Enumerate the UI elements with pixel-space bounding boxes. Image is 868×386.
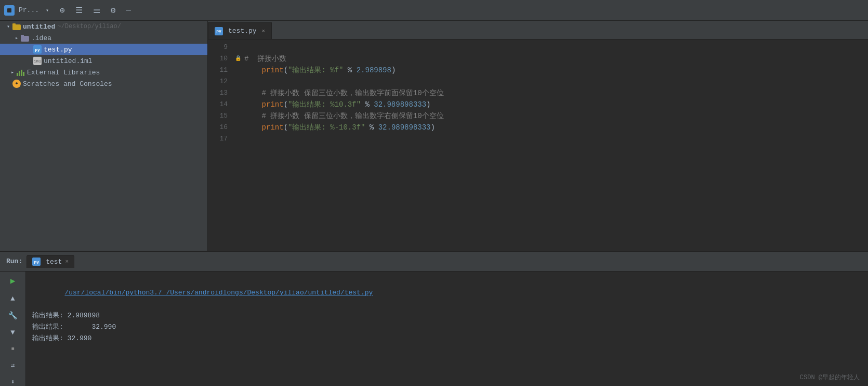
line-num-16: 16 [208, 122, 234, 133]
svg-rect-3 [12, 23, 16, 25]
run-rerun-button[interactable]: ⇄ [6, 362, 20, 370]
line-content-15: # 拼接小数 保留三位小数，输出数字右侧保留10个空位 [242, 110, 868, 122]
code-line-11: 11 print("输出结果: %f" % 2.989898) [208, 65, 868, 76]
test-py-label: test.py [44, 46, 72, 54]
code-editor[interactable]: 9 10 🔒 # 拼接小数 11 print("输出结果: %f" % 2.98… [208, 40, 868, 251]
line-content-14: print("输出结果: %10.3f" % 32.989898333) [242, 99, 868, 110]
project-dropdown-icon[interactable] [43, 6, 51, 15]
run-output-link[interactable]: /usr/local/bin/python3.7 /Users/androidl… [64, 289, 373, 297]
bottom-panel: Run: py test × ▶ ▲ 🔧 ▼ ■ ⇄ ⬇ /usr/local/… [0, 251, 868, 386]
line-content-13: # 拼接小数 保留三位小数，输出数字前面保留10个空位 [242, 87, 868, 99]
iml-icon: iml [33, 57, 42, 65]
test-py-icon: py [33, 45, 42, 54]
line-num-11: 11 [208, 65, 234, 76]
run-play-button[interactable]: ▶ [6, 276, 20, 286]
watermark: CSDN @早起的年轻人 [800, 373, 860, 382]
sidebar-item-test-py[interactable]: py test.py [0, 44, 207, 55]
sidebar-item-project-root[interactable]: untitled ~/Desktop/yiliao/ [0, 21, 207, 32]
run-output-link-line[interactable]: /usr/local/bin/python3.7 /Users/androidl… [32, 276, 862, 310]
tab-py-icon: py [215, 27, 223, 35]
run-output-line-1: 输出结果: 2.989898 [32, 310, 862, 321]
project-title: Pr... [19, 6, 39, 14]
code-line-15: 15 # 拼接小数 保留三位小数，输出数字右侧保留10个空位 [208, 110, 868, 122]
add-button[interactable]: ⊕ [58, 4, 67, 17]
code-line-12: 12 [208, 76, 868, 87]
run-tab-test[interactable]: py test × [27, 255, 74, 268]
tab-close-button[interactable]: × [262, 28, 266, 34]
svg-rect-1 [7, 8, 11, 12]
top-bar-left: Pr... [4, 5, 51, 16]
ext-libs-expand-icon [8, 68, 17, 76]
align-list-button[interactable]: ☰ [73, 4, 85, 17]
line-num-13: 13 [208, 87, 234, 99]
line-gutter-10: 🔒 [234, 53, 242, 65]
code-line-10: 10 🔒 # 拼接小数 [208, 53, 868, 65]
code-line-13: 13 # 拼接小数 保留三位小数，输出数字前面保留10个空位 [208, 87, 868, 99]
run-sidebar: ▶ ▲ 🔧 ▼ ■ ⇄ ⬇ [0, 272, 26, 386]
line-content-11: print("输出结果: %f" % 2.989898) [242, 65, 868, 76]
minimize-button[interactable]: — [124, 5, 133, 16]
idea-folder-icon [21, 34, 29, 42]
run-tab-close-button[interactable]: × [65, 259, 69, 265]
project-path: ~/Desktop/yiliao/ [57, 23, 121, 30]
tab-label: test.py [228, 27, 257, 35]
project-icon [4, 5, 15, 16]
run-scroll-down-button[interactable]: ▼ [6, 328, 20, 337]
project-name: untitled [23, 23, 55, 31]
scratch-icon: ● [12, 80, 21, 88]
run-tab-bar: Run: py test × [0, 252, 868, 272]
project-expand-icon [4, 22, 12, 31]
run-output-line-2: 输出结果: 32.990 [32, 321, 862, 333]
line-num-9: 9 [208, 42, 234, 53]
iml-label: untitled.iml [44, 57, 93, 65]
run-settings-button[interactable]: 🔧 [6, 311, 20, 320]
code-line-9: 9 [208, 42, 868, 53]
svg-rect-5 [21, 35, 24, 37]
scratch-label: Scratches and Consoles [23, 80, 112, 88]
run-output-line-3: 输出结果: 32.990 [32, 333, 862, 344]
project-folder-icon [12, 22, 21, 31]
run-label: Run: [6, 258, 22, 265]
tab-test-py[interactable]: py test.py × [208, 22, 272, 39]
lock-icon: 🔒 [235, 53, 241, 65]
idea-expand-icon [12, 34, 21, 42]
code-line-16: 16 print("输出结果: %-10.3f" % 32.989898333) [208, 122, 868, 133]
test-py-spacer [25, 45, 33, 54]
run-content: ▶ ▲ 🔧 ▼ ■ ⇄ ⬇ /usr/local/bin/python3.7 /… [0, 272, 868, 386]
settings-button[interactable]: ⚙ [109, 4, 118, 17]
line-content-10: # 拼接小数 [242, 53, 868, 65]
sidebar-item-scratches[interactable]: ● Scratches and Consoles [0, 78, 207, 89]
top-bar-buttons: ⊕ ☰ ⚌ ⚙ — [58, 4, 133, 17]
idea-label: .idea [31, 34, 51, 42]
run-export-button[interactable]: ⬇ [6, 378, 20, 386]
line-num-15: 15 [208, 110, 234, 122]
code-line-17: 17 [208, 133, 868, 145]
line-num-17: 17 [208, 133, 234, 145]
run-tab-py-icon: py [32, 258, 41, 266]
editor-area: py test.py × 9 10 🔒 # 拼接小数 [208, 21, 868, 251]
sidebar: untitled ~/Desktop/yiliao/ .idea py test… [0, 21, 208, 251]
run-scroll-up-button[interactable]: ▲ [6, 294, 20, 303]
run-output: /usr/local/bin/python3.7 /Users/androidl… [26, 272, 868, 386]
ext-libs-label: External Libraries [27, 69, 100, 76]
align-list-2-button[interactable]: ⚌ [91, 4, 102, 17]
main-content: untitled ~/Desktop/yiliao/ .idea py test… [0, 21, 868, 251]
line-content-16: print("输出结果: %-10.3f" % 32.989898333) [242, 122, 868, 133]
line-num-12: 12 [208, 76, 234, 87]
line-num-14: 14 [208, 99, 234, 110]
sidebar-item-ext-libs[interactable]: External Libraries [0, 67, 207, 78]
sidebar-item-idea[interactable]: .idea [0, 32, 207, 44]
run-tab-label: test [46, 258, 62, 266]
run-stop-button[interactable]: ■ [6, 345, 20, 353]
tab-bar: py test.py × [208, 21, 868, 40]
ext-libs-icon [17, 69, 25, 76]
top-bar: Pr... ⊕ ☰ ⚌ ⚙ — [0, 0, 868, 21]
line-num-10: 10 [208, 53, 234, 65]
sidebar-item-untitled-iml[interactable]: iml untitled.iml [0, 55, 207, 67]
code-line-14: 14 print("输出结果: %10.3f" % 32.989898333) [208, 99, 868, 110]
